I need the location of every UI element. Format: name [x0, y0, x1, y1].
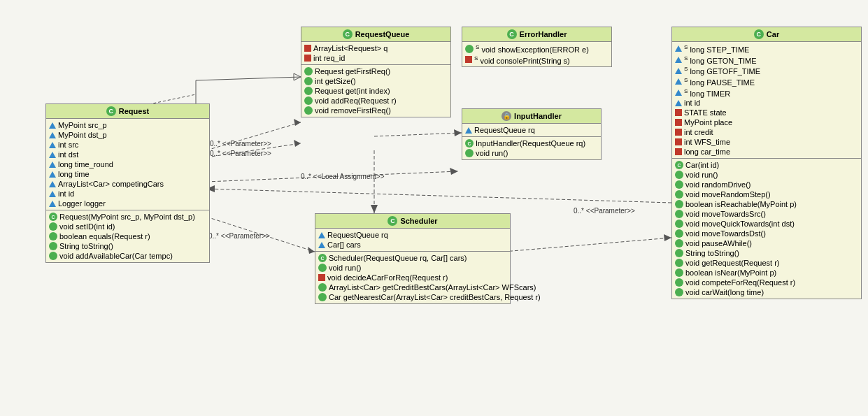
attr-row: S long TIMER [675, 87, 858, 99]
green-icon [675, 210, 683, 218]
attr-row: Logger logger [49, 199, 206, 208]
method-row: void addAvailableCar(Car tempc) [49, 251, 206, 261]
class-errorhandler: C ErrorHandler S void showException(ERRO… [462, 27, 612, 67]
car-methods: C Car(int id) void run() void randomDriv… [672, 159, 861, 299]
green-icon [465, 149, 474, 157]
class-requestqueue-title: C RequestQueue [301, 27, 450, 42]
method-row: C Scheduler(RequestQueue rq, Car[] cars) [318, 253, 507, 263]
green-icon [318, 283, 327, 292]
green-icon [675, 200, 683, 208]
method-row: Car getNearestCar(ArrayList<Car> creditB… [318, 292, 507, 302]
green-c-icon: C [675, 161, 683, 169]
param-label-1: 0..* <<Parameter>> [210, 140, 271, 148]
tri-icon [675, 57, 682, 63]
scheduler-methods: C Scheduler(RequestQueue rq, Car[] cars)… [315, 252, 510, 303]
svg-marker-13 [371, 205, 378, 213]
attr-row: long time [49, 169, 206, 179]
red-sq-icon [304, 45, 311, 52]
attr-row: S long STEP_TIME [675, 43, 858, 55]
method-row: void run() [465, 148, 598, 158]
method-row: C InputHandler(RequestQueue rq) [465, 138, 598, 148]
tri-icon [49, 162, 56, 168]
method-row: Request getFirstReq() [304, 66, 448, 76]
tri-icon [49, 152, 56, 158]
svg-line-14 [206, 189, 671, 203]
method-row: void moveQuickTowards(int dst) [675, 219, 858, 229]
attr-row: int req_id [304, 53, 448, 63]
method-row: String toString() [49, 241, 206, 251]
param-label-2: 0..* <<Parameter>> [210, 150, 271, 157]
method-row: void carWait(long time) [675, 287, 858, 297]
green-icon [49, 222, 57, 231]
attr-row: RequestQueue rq [465, 125, 598, 135]
errorhandler-methods: S void showException(ERROR e) S void con… [462, 42, 611, 66]
svg-marker-9 [664, 234, 671, 241]
class-inputhandler-title: 🔒 InputHandler [462, 109, 601, 124]
svg-line-10 [374, 133, 462, 136]
svg-marker-1 [294, 119, 301, 126]
attr-row: S long GETON_TIME [675, 55, 858, 66]
tri-icon [49, 201, 56, 207]
svg-marker-11 [454, 129, 462, 136]
method-row: S void showException(ERROR e) [465, 43, 609, 55]
red-sq-icon [675, 148, 682, 155]
class-request-title: C Request [46, 104, 209, 119]
class-scheduler-title: C Scheduler [315, 214, 510, 229]
attr-row: MyPoint place [675, 117, 858, 127]
attr-row: int credit [675, 127, 858, 137]
requestqueue-attrs: ArrayList<Request> q int req_id [301, 42, 450, 65]
attr-row: int src [49, 140, 206, 150]
red-sq-icon [304, 55, 311, 62]
tri-icon [675, 89, 682, 96]
method-row: void addReq(Request r) [304, 96, 448, 106]
tri-icon [675, 68, 682, 74]
method-row: void setID(int id) [49, 222, 206, 231]
svg-marker-7 [308, 247, 315, 254]
svg-line-18 [196, 77, 301, 80]
method-row: ArrayList<Car> getCreditBestCars(ArrayLi… [318, 282, 507, 292]
green-icon [675, 220, 683, 228]
green-icon [49, 232, 57, 241]
method-row: C Car(int id) [675, 160, 858, 170]
inputhandler-methods: C InputHandler(RequestQueue rq) void run… [462, 137, 601, 159]
inputhandler-attrs: RequestQueue rq [462, 124, 601, 137]
class-inputhandler: 🔒 InputHandler RequestQueue rq C InputHa… [462, 108, 602, 160]
green-icon [675, 278, 683, 287]
tri-icon [49, 191, 56, 197]
attr-row: STATE state [675, 108, 858, 117]
svg-marker-19 [294, 73, 301, 80]
attr-row: int id [675, 98, 858, 108]
scheduler-attrs: RequestQueue rq Car[] cars [315, 229, 510, 252]
red-sq-icon [318, 274, 325, 281]
green-icon [49, 242, 57, 250]
diagram-container: 0..* <<Parameter>> 0..* <<Parameter>> 0.… [0, 0, 868, 416]
green-icon [49, 252, 57, 260]
method-row: void removeFirstReq() [304, 106, 448, 115]
param-label-3: 0..* <<Parameter>> [208, 232, 270, 240]
car-attrs: S long STEP_TIME S long GETON_TIME S lon… [672, 42, 861, 159]
green-icon [675, 171, 683, 179]
request-icon: C [106, 106, 116, 116]
method-row: S void consolePrint(String s) [465, 55, 609, 66]
green-icon [318, 293, 327, 301]
attr-row: ArrayList<Request> q [304, 43, 448, 53]
method-row: int getSize() [304, 76, 448, 86]
class-requestqueue: C RequestQueue ArrayList<Request> q int … [301, 27, 451, 117]
tri-icon [49, 142, 56, 148]
method-row: void decideACarForReq(Request r) [318, 273, 507, 282]
green-c-icon: C [49, 213, 57, 221]
requestqueue-methods: Request getFirstReq() int getSize() Requ… [301, 65, 450, 117]
method-row: boolean equals(Request r) [49, 231, 206, 241]
method-row: boolean isNear(MyPoint p) [675, 268, 858, 278]
svg-marker-5 [450, 168, 458, 175]
method-row: String toString() [675, 248, 858, 258]
tri-icon [465, 127, 472, 134]
errorhandler-icon: C [507, 29, 517, 39]
inputhandler-icon: 🔒 [501, 111, 511, 121]
class-car: C Car S long STEP_TIME S long GETON_TIME… [671, 27, 862, 299]
green-icon [304, 67, 313, 76]
car-icon: C [754, 29, 764, 39]
tri-icon [49, 181, 56, 187]
method-row: boolean isReachable(MyPoint p) [675, 199, 858, 209]
green-icon [675, 180, 683, 189]
